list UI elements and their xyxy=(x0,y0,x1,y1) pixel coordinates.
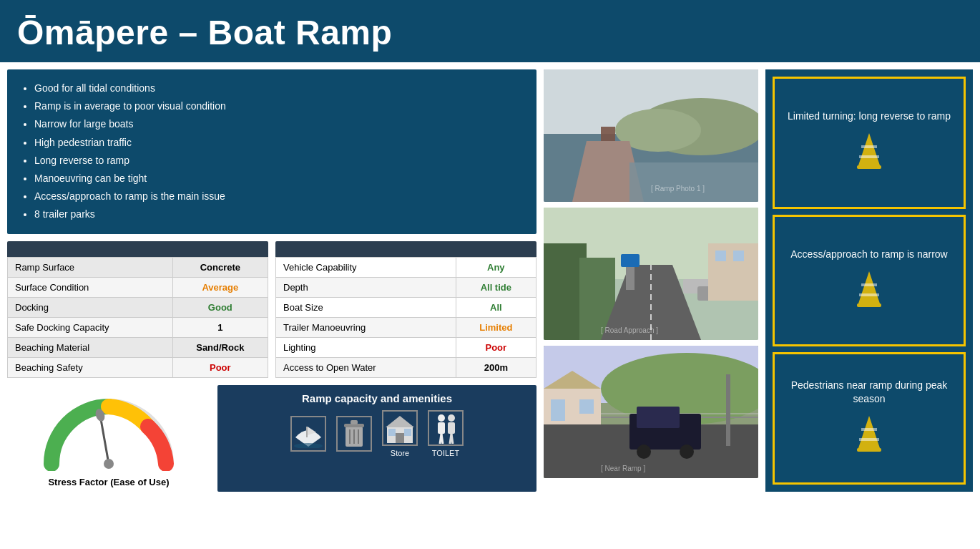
gauge-box: Stress Factor (Ease of Use) xyxy=(7,385,210,492)
right-column: Limited turning: long reverse to ramp Ac… xyxy=(765,69,973,492)
table-cell-value: Poor xyxy=(172,357,268,377)
svg-rect-52 xyxy=(715,251,726,261)
table-cell-value: Limited xyxy=(456,317,536,337)
cone-icon-3 xyxy=(851,412,887,458)
svg-rect-3 xyxy=(306,427,308,437)
amenity-item: Store xyxy=(382,410,418,457)
svg-rect-72 xyxy=(857,165,881,169)
svg-point-1 xyxy=(104,459,114,469)
svg-line-19 xyxy=(441,434,443,444)
table-row: DepthAll tide xyxy=(276,277,536,297)
svg-rect-82 xyxy=(859,438,879,441)
warning-text-1: Limited turning: long reverse to ramp xyxy=(788,110,951,124)
table-cell-value: Concrete xyxy=(172,257,268,277)
svg-rect-61 xyxy=(579,399,594,414)
svg-rect-15 xyxy=(404,429,411,436)
amenity-icon xyxy=(336,416,372,452)
amenity-item xyxy=(290,416,326,452)
amenities-box: Ramp capacity and amenities StoreTOILET xyxy=(217,385,536,492)
svg-rect-80 xyxy=(857,448,881,452)
table-row: Safe Docking Capacity1 xyxy=(8,317,268,337)
svg-rect-13 xyxy=(396,433,404,443)
svg-point-68 xyxy=(680,444,694,459)
svg-marker-71 xyxy=(858,133,880,165)
svg-rect-66 xyxy=(637,407,680,428)
svg-text:[ Near Ramp ]: [ Near Ramp ] xyxy=(601,465,645,472)
amenity-icon xyxy=(382,410,418,446)
svg-rect-73 xyxy=(861,145,877,148)
warning-text-2: Access/approach to ramp is narrow xyxy=(790,248,947,262)
svg-rect-7 xyxy=(351,420,358,424)
svg-marker-12 xyxy=(386,416,414,427)
gauge-label: Stress Factor (Ease of Use) xyxy=(48,477,169,487)
bullet-item: 8 trailer parks xyxy=(34,205,524,223)
amenity-item xyxy=(336,416,372,452)
right-table-header-bar xyxy=(275,241,536,257)
tables-row: Ramp SurfaceConcreteSurface ConditionAve… xyxy=(7,241,536,378)
table-cell-value: All tide xyxy=(456,277,536,297)
table-row: Beaching MaterialSand/Rock xyxy=(8,337,268,357)
right-table-wrap: Vehicle CapabilityAnyDepthAll tideBoat S… xyxy=(275,241,536,378)
table-cell-label: Ramp Surface xyxy=(8,257,173,277)
right-info-table: Vehicle CapabilityAnyDepthAll tideBoat S… xyxy=(275,257,536,378)
svg-rect-21 xyxy=(448,422,455,434)
svg-rect-60 xyxy=(551,399,565,421)
svg-text:[ Road Approach ]: [ Road Approach ] xyxy=(601,326,658,334)
svg-rect-81 xyxy=(861,428,877,431)
table-row: DockingGood xyxy=(8,297,268,317)
bullet-item: Narrow for large boats xyxy=(34,115,524,133)
svg-rect-74 xyxy=(859,155,879,158)
svg-point-67 xyxy=(637,444,651,459)
table-cell-value: Good xyxy=(172,297,268,317)
table-cell-label: Safe Docking Capacity xyxy=(8,317,173,337)
table-row: Vehicle CapabilityAny xyxy=(276,257,536,277)
photo-2: [ Road Approach ] xyxy=(544,208,758,340)
table-cell-label: Surface Condition xyxy=(8,277,173,297)
svg-rect-14 xyxy=(388,429,396,436)
left-table-wrap: Ramp SurfaceConcreteSurface ConditionAve… xyxy=(7,241,268,378)
svg-rect-78 xyxy=(859,293,879,296)
amenity-label: TOILET xyxy=(432,449,459,457)
svg-rect-39 xyxy=(629,162,758,202)
table-row: Access to Open Water200m xyxy=(276,357,536,377)
table-cell-value: All xyxy=(456,297,536,317)
table-cell-value: Any xyxy=(456,257,536,277)
table-row: Boat SizeAll xyxy=(276,297,536,317)
amenity-label: Store xyxy=(391,449,409,457)
table-cell-label: Trailer Manoeuvring xyxy=(276,317,456,337)
table-cell-value: 1 xyxy=(172,317,268,337)
table-row: Trailer ManoeuvringLimited xyxy=(276,317,536,337)
bullet-item: Long reverse to ramp xyxy=(34,152,524,170)
left-info-table: Ramp SurfaceConcreteSurface ConditionAve… xyxy=(7,257,268,378)
table-row: LightingPoor xyxy=(276,337,536,357)
amenities-title: Ramp capacity and amenities xyxy=(302,392,452,404)
table-row: Ramp SurfaceConcrete xyxy=(8,257,268,277)
bullet-box: Good for all tidal conditionsRamp is in … xyxy=(7,69,536,234)
bottom-row: Stress Factor (Ease of Use) Ramp capacit… xyxy=(7,385,536,492)
gauge-svg xyxy=(37,385,180,471)
svg-point-20 xyxy=(448,414,455,422)
warning-card-1: Limited turning: long reverse to ramp xyxy=(773,77,966,209)
table-cell-value: 200m xyxy=(456,357,536,377)
photo-2-svg: [ Road Approach ] xyxy=(544,208,758,340)
cone-icon-2 xyxy=(851,268,887,314)
amenities-icons: StoreTOILET xyxy=(290,410,464,457)
table-cell-value: Average xyxy=(172,277,268,297)
table-cell-label: Boat Size xyxy=(276,297,456,317)
table-row: Beaching SafetyPoor xyxy=(8,357,268,377)
amenity-icon xyxy=(428,410,464,446)
bullet-item: Ramp is in average to poor visual condit… xyxy=(34,97,524,115)
table-cell-value: Sand/Rock xyxy=(172,337,268,357)
svg-rect-53 xyxy=(733,251,744,261)
warning-text-3: Pedestrians near ramp during peak season xyxy=(785,379,954,407)
table-cell-label: Access to Open Water xyxy=(276,357,456,377)
svg-point-16 xyxy=(438,414,445,422)
bullet-item: Good for all tidal conditions xyxy=(34,79,524,97)
svg-marker-79 xyxy=(858,416,880,448)
table-row: Surface ConditionAverage xyxy=(8,277,268,297)
bullet-item: Manoeuvring can be tight xyxy=(34,170,524,188)
bullet-item: Access/approach to ramp is the main issu… xyxy=(34,188,524,205)
table-cell-label: Vehicle Capability xyxy=(276,257,456,277)
svg-rect-69 xyxy=(726,374,730,446)
svg-rect-48 xyxy=(621,254,640,267)
